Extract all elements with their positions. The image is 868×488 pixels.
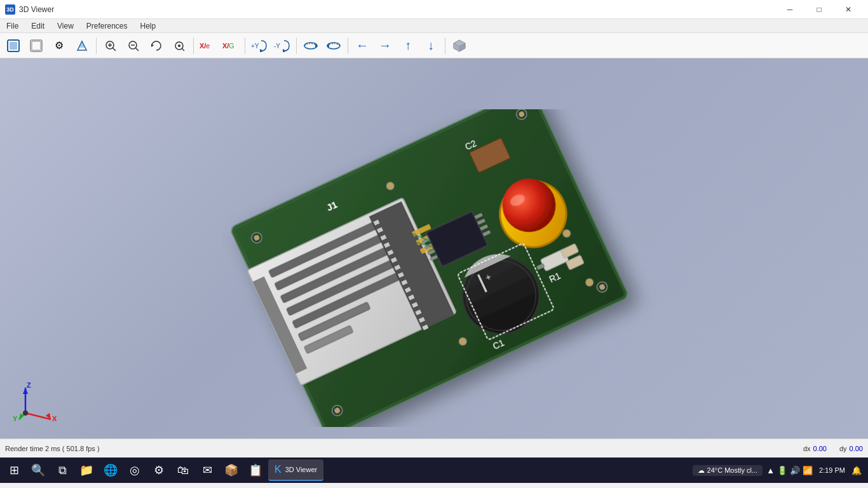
sep4: [296, 37, 297, 54]
search-button[interactable]: 🔍: [27, 459, 50, 482]
zoom-out-button[interactable]: [123, 36, 144, 56]
svg-text:X/: X/: [222, 42, 229, 50]
sep1: [96, 37, 97, 54]
zoom-fit-button[interactable]: [168, 36, 190, 56]
dy-coord: dy 0.00: [839, 445, 863, 452]
svg-text:X/: X/: [200, 42, 206, 50]
zoom-in-button[interactable]: [100, 36, 121, 56]
kicad-3dviewer-taskbar[interactable]: K 3D Viewer: [268, 459, 323, 481]
maximize-button[interactable]: □: [804, 0, 834, 19]
pcb-3d-view: C2 + C1: [203, 109, 661, 427]
menu-help[interactable]: Help: [134, 20, 163, 32]
kicad-app-label: 3D Viewer: [285, 466, 318, 473]
titlebar-left: 3D 3D Viewer: [5, 4, 54, 15]
show-board-button[interactable]: [3, 36, 24, 56]
dx-label: dx: [803, 445, 811, 452]
svg-rect-2: [31, 40, 42, 51]
svg-point-16: [178, 44, 180, 47]
menu-preferences[interactable]: Preferences: [80, 20, 134, 32]
file-explorer-button[interactable]: 📁: [75, 459, 98, 482]
menu-edit[interactable]: Edit: [25, 20, 51, 32]
dy-label: dy: [839, 445, 847, 452]
perspective-button[interactable]: [71, 36, 93, 56]
unknown-app2-button[interactable]: 📋: [244, 459, 267, 482]
svg-line-9: [112, 48, 116, 51]
system-tray: ▲ 🔋 🔊 📶: [766, 466, 813, 475]
menu-file[interactable]: File: [0, 20, 25, 32]
minimize-button[interactable]: ─: [775, 0, 804, 19]
battery-icon[interactable]: 🔋: [777, 466, 787, 475]
sep2: [193, 37, 194, 54]
render-time: Render time 2 ms ( 501.8 fps ): [5, 445, 803, 452]
svg-rect-1: [10, 42, 17, 50]
sep6: [445, 37, 445, 54]
svg-text:G: G: [229, 42, 234, 50]
svg-text:e: e: [206, 42, 210, 50]
move-down-button[interactable]: ↓: [420, 36, 442, 56]
network-icon[interactable]: ▲: [766, 466, 775, 475]
svg-text:Y: Y: [13, 415, 18, 423]
taskbar-right: ☁ 24°C Mostly cl... ▲ 🔋 🔊 📶 2:19 PM 🔔: [693, 465, 865, 476]
dy-value: 0.00: [850, 445, 863, 452]
rotate-y-neg-button[interactable]: -Y: [271, 36, 293, 56]
kicad-icon: K: [275, 464, 281, 475]
status-bar: Render time 2 ms ( 501.8 fps ) dx 0.00 d…: [0, 438, 868, 458]
close-button[interactable]: ✕: [834, 0, 863, 19]
silkscreen-button[interactable]: [25, 36, 47, 56]
rotate-y-pos-button[interactable]: +Y: [248, 36, 270, 56]
unknown-app-button[interactable]: 📦: [220, 459, 243, 482]
svg-text:Z: Z: [27, 381, 31, 389]
wifi-icon[interactable]: 📶: [803, 466, 813, 475]
settings-button[interactable]: ⚙: [48, 36, 70, 56]
sep3: [245, 37, 245, 54]
svg-text:-Y: -Y: [274, 43, 280, 50]
edge-browser-button[interactable]: 🌐: [99, 459, 122, 482]
sep5: [348, 37, 348, 54]
rotate-reset-button[interactable]: [146, 36, 167, 56]
window-controls: ─ □ ✕: [775, 0, 863, 19]
title-bar: 3D 3D Viewer ─ □ ✕: [0, 0, 868, 19]
weather-icon: ☁: [698, 466, 705, 475]
weather-widget[interactable]: ☁ 24°C Mostly cl...: [693, 465, 763, 476]
axis-indicator: X Y Z: [13, 381, 57, 426]
menu-view[interactable]: View: [51, 20, 80, 32]
toolbar: ⚙ X/e X/G +Y -Y ← → ↑ ↓: [0, 33, 868, 58]
task-view-button[interactable]: ⧉: [51, 459, 74, 482]
clock-time: 2:19 PM: [819, 466, 845, 474]
coordinates: dx 0.00 dy 0.00: [803, 445, 863, 452]
rotate-3d-pos-button[interactable]: [300, 36, 322, 56]
notification-button[interactable]: 🔔: [851, 466, 862, 475]
volume-icon[interactable]: 🔊: [790, 466, 800, 475]
svg-line-15: [182, 48, 184, 51]
windows-settings-button[interactable]: ⚙: [147, 459, 170, 482]
menu-bar: File Edit View Preferences Help: [0, 19, 868, 33]
svg-text:+Y: +Y: [251, 43, 259, 50]
mail-button[interactable]: ✉: [196, 459, 219, 482]
store-button[interactable]: 🛍: [172, 459, 194, 482]
3d-viewport[interactable]: C2 + C1: [0, 58, 868, 438]
top-copper-button[interactable]: X/e: [197, 36, 219, 56]
windows-taskbar: ⊞ 🔍 ⧉ 📁 🌐 ◎ ⚙ 🛍 ✉ 📦 📋 K 3D Viewer ☁ 24°C…: [0, 458, 868, 483]
system-clock[interactable]: 2:19 PM: [817, 465, 848, 475]
view-cube-button[interactable]: [449, 36, 470, 56]
move-up-button[interactable]: ↑: [397, 36, 419, 56]
bottom-copper-button[interactable]: X/G: [220, 36, 241, 56]
start-button[interactable]: ⊞: [3, 459, 25, 482]
svg-text:X: X: [52, 415, 57, 423]
svg-line-12: [135, 48, 139, 51]
dx-coord: dx 0.00: [803, 445, 827, 452]
move-right-button[interactable]: →: [374, 36, 396, 56]
move-left-button[interactable]: ←: [351, 36, 373, 56]
window-title: 3D Viewer: [19, 5, 54, 14]
svg-point-116: [23, 410, 28, 416]
rotate-3d-neg-button[interactable]: [323, 36, 344, 56]
chrome-button[interactable]: ◎: [123, 459, 146, 482]
weather-text: 24°C Mostly cl...: [707, 466, 758, 474]
dx-value: 0.00: [813, 445, 827, 452]
svg-rect-3: [32, 41, 41, 50]
app-icon: 3D: [5, 4, 15, 15]
